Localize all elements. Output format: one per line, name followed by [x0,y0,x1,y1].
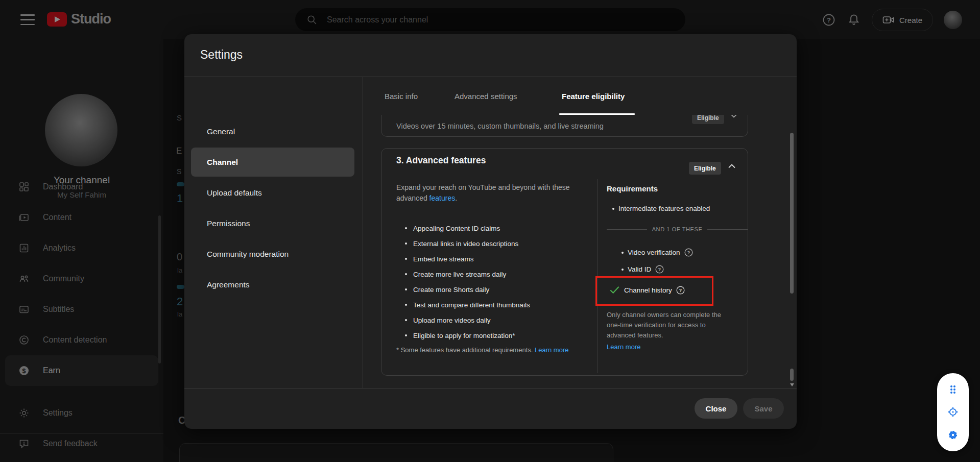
list-item: Upload more videos daily [405,312,530,328]
svg-text:?: ? [687,250,690,255]
floating-tools-pill [937,373,969,451]
scroll-down-arrow-icon[interactable] [790,383,794,386]
features-link[interactable]: features [429,194,456,202]
youtube-studio-app: Studio ? Create Your channel My Self Fah… [0,0,980,462]
list-item: Embed live streams [405,251,530,266]
chevron-up-icon[interactable] [728,163,736,169]
save-button[interactable]: Save [743,398,784,419]
annotation-highlight-box [595,276,713,306]
list-item: Create more Shorts daily [405,282,530,297]
modal-nav-channel[interactable]: Channel [191,148,354,177]
advanced-features-intro: Expand your reach on YouTube and beyond … [396,182,571,204]
card-title: 3. Advanced features [396,155,486,166]
requirements-learn-more-link[interactable]: Learn more [607,343,640,351]
list-item: Create more live streams daily [405,266,530,282]
eligible-badge: Eligible [689,162,721,175]
card-intermediate-features: Videos over 15 minutes, custom thumbnail… [381,115,748,137]
and-one-of-these-separator: AND 1 OF THESE [607,226,748,232]
tab-basic-info[interactable]: Basic info [385,92,418,101]
eligible-badge: Eligible [692,115,724,124]
learn-more-link[interactable]: Learn more [535,346,568,354]
tab-advanced-settings[interactable]: Advanced settings [455,92,517,101]
list-item: External links in video descriptions [405,236,530,251]
footnote: * Some features have additional requirem… [396,345,570,355]
list-item: Test and compare different thumbnails [405,297,530,312]
help-circle-icon[interactable]: ? [655,265,664,274]
drag-dots-icon[interactable] [947,384,959,395]
advanced-features-list: Appealing Content ID claims External lin… [405,221,530,343]
tab-feature-eligibility[interactable]: Feature eligibility [562,92,625,101]
requirements-title: Requirements [607,184,658,193]
help-circle-icon[interactable]: ? [684,248,693,257]
settings-gear-icon[interactable] [947,429,959,441]
modal-nav-permissions[interactable]: Permissions [184,209,363,238]
modal-title: Settings [200,48,243,62]
list-item: Eligible to apply for monetization* [405,328,530,343]
card-advanced-features: 3. Advanced features Eligible Expand you… [381,148,748,376]
modal-nav-community-moderation[interactable]: Community moderation [184,239,363,269]
modal-scrollbar-end[interactable] [790,369,794,381]
settings-modal: Settings General Channel Upload defaults… [184,34,797,429]
modal-nav-agreements[interactable]: Agreements [184,270,363,299]
requirement-video-verification: Video verification ? [622,248,693,257]
card-description: Videos over 15 minutes, custom thumbnail… [396,122,604,130]
modal-scrollbar[interactable] [790,133,794,294]
chevron-down-icon[interactable] [730,115,737,118]
list-item: Appealing Content ID claims [405,221,530,236]
modal-nav-upload-defaults[interactable]: Upload defaults [184,178,363,207]
modal-nav-general[interactable]: General [184,117,363,146]
modal-content-scroll-area[interactable]: Videos over 15 minutes, custom thumbnail… [363,115,794,388]
target-picker-icon[interactable] [947,406,959,418]
requirements-note: Only channel owners can complete the one… [607,310,734,341]
svg-text:?: ? [658,266,661,272]
close-button[interactable]: Close [695,398,737,419]
requirement-intermediate: Intermediate features enabled [612,205,710,212]
requirement-valid-id: Valid ID ? [622,265,664,274]
